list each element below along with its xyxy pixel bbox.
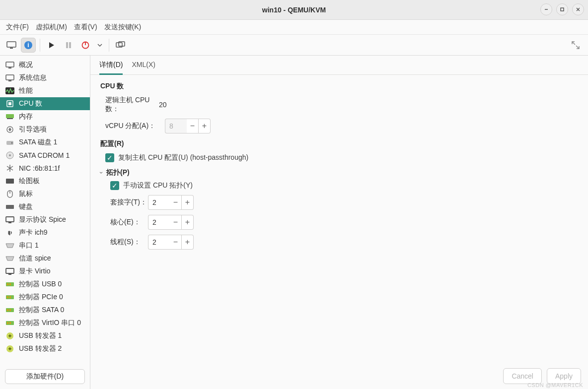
threads-label: 线程(S)： [110,238,148,247]
monitor-icon [5,60,15,70]
sidebar-item-13[interactable]: 声卡 ich9 [0,226,90,239]
sockets-increment[interactable]: + [182,195,194,210]
vcpu-decrement[interactable]: − [187,119,199,133]
sidebar-item-17[interactable]: 控制器 USB 0 [0,278,90,291]
pause-icon [65,42,72,49]
sidebar-item-8[interactable]: NIC :6b:81:1f [0,162,90,175]
monitor-icon [5,73,15,83]
sidebar-item-label: 键盘 [19,202,33,211]
cores-decrement[interactable]: − [170,215,182,230]
sockets-decrement[interactable]: − [170,195,182,210]
sidebar-item-5[interactable]: 引导选项 [0,123,90,136]
svg-rect-1 [561,8,564,11]
svg-rect-36 [6,217,14,222]
close-button[interactable] [572,3,584,15]
usb-redir-icon [5,344,15,354]
play-button[interactable] [44,38,59,53]
cancel-button[interactable]: Cancel [503,368,542,384]
details-button[interactable]: i [21,38,36,53]
tab-xml[interactable]: XML(X) [132,61,155,74]
copy-host-label: 复制主机 CPU 配置(U) (host-passthrough) [118,153,248,162]
sidebar-item-label: 内存 [19,112,33,121]
power-menu-button[interactable] [95,38,105,53]
svg-rect-43 [7,283,8,285]
sidebar-item-6[interactable]: SATA 磁盘 1 [0,136,90,149]
sidebar-item-10[interactable]: 鼠标 [0,188,90,200]
fullscreen-button[interactable] [569,39,582,52]
sidebar-item-7[interactable]: SATA CDROM 1 [0,149,90,162]
sidebar-item-11[interactable]: 键盘 [0,200,90,213]
minimize-button[interactable] [540,3,552,15]
topology-expander[interactable]: › 拓扑(P) [100,168,578,177]
tablet-icon [5,176,15,186]
cores-increment[interactable]: + [182,215,194,230]
pause-button[interactable] [61,38,76,53]
sidebar-item-4[interactable]: 内存 [0,110,90,123]
vcpu-increment[interactable]: + [199,119,211,133]
menu-sendkeys[interactable]: 发送按键(K) [104,23,142,32]
svg-rect-32 [6,179,14,184]
svg-point-29 [11,142,13,144]
serial-icon [5,254,15,263]
sidebar-item-1[interactable]: 系统信息 [0,71,90,84]
footer: Cancel Apply [90,363,588,389]
sidebar-item-19[interactable]: 控制器 SATA 0 [0,304,90,317]
svg-rect-46 [7,296,8,298]
sidebar-item-label: 绘图板 [19,177,40,186]
maximize-button[interactable] [556,3,568,15]
threads-input[interactable] [148,235,170,250]
threads-increment[interactable]: + [182,235,194,250]
section-config-title: 配置(R) [100,139,578,148]
info-icon: i [24,41,33,50]
sidebar-item-label: SATA CDROM 1 [19,151,70,159]
svg-rect-41 [8,274,11,275]
sidebar-item-2[interactable]: 性能 [0,84,90,97]
sidebar-item-21[interactable]: USB 转发器 1 [0,329,90,342]
console-button[interactable] [4,38,19,53]
controller-icon [5,318,15,328]
usb-redir-icon [5,331,15,341]
sidebar-item-20[interactable]: 控制器 VirtIO 串口 0 [0,317,90,329]
svg-text:i: i [27,42,29,49]
memory-icon [5,112,15,122]
svg-rect-40 [6,268,14,273]
sidebar-item-14[interactable]: 串口 1 [0,239,90,252]
monitor-icon [6,41,16,49]
sidebar-item-22[interactable]: USB 转发器 2 [0,342,90,355]
snapshot-button[interactable] [113,38,128,53]
sidebar-item-label: 显卡 Virtio [19,267,51,276]
svg-marker-39 [6,257,14,260]
vcpu-spinner: − + [165,119,211,133]
manual-topology-checkbox[interactable]: ✓ [110,181,119,190]
sidebar-item-label: 显示协议 Spice [19,215,66,224]
menu-view[interactable]: 查看(V) [74,23,97,32]
tabs: 详情(D) XML(X) [90,56,588,75]
sockets-input[interactable] [148,195,170,210]
svg-rect-24 [6,114,14,118]
add-hardware-button[interactable]: 添加硬件(D) [5,369,85,384]
apply-button[interactable]: Apply [547,368,581,384]
power-button[interactable] [78,38,93,53]
cores-input[interactable] [148,215,170,230]
sidebar-item-label: CPU 数 [19,99,42,108]
menu-file[interactable]: 文件(F) [6,23,29,32]
svg-rect-50 [9,309,11,311]
svg-rect-23 [8,102,11,105]
chevron-down-icon: › [98,172,105,174]
sidebar-item-18[interactable]: 控制器 PCIe 0 [0,291,90,304]
sidebar-item-16[interactable]: 显卡 Virtio [0,265,90,278]
sidebar-item-3[interactable]: CPU 数 [0,97,90,110]
screens-icon [116,41,126,49]
sidebar-item-0[interactable]: 概况 [0,59,90,71]
vcpu-input[interactable] [165,119,187,133]
sidebar-item-12[interactable]: 显示协议 Spice [0,213,90,226]
sidebar-item-9[interactable]: 绘图板 [0,175,90,188]
sidebar-item-label: USB 转发器 2 [19,344,62,353]
boot-icon [5,125,15,134]
threads-decrement[interactable]: − [170,235,182,250]
sidebar-item-15[interactable]: 信道 spice [0,252,90,265]
copy-host-checkbox[interactable]: ✓ [105,153,114,162]
tab-details[interactable]: 详情(D) [99,61,123,75]
menu-vm[interactable]: 虚拟机(M) [36,23,67,32]
sound-icon [5,228,15,238]
